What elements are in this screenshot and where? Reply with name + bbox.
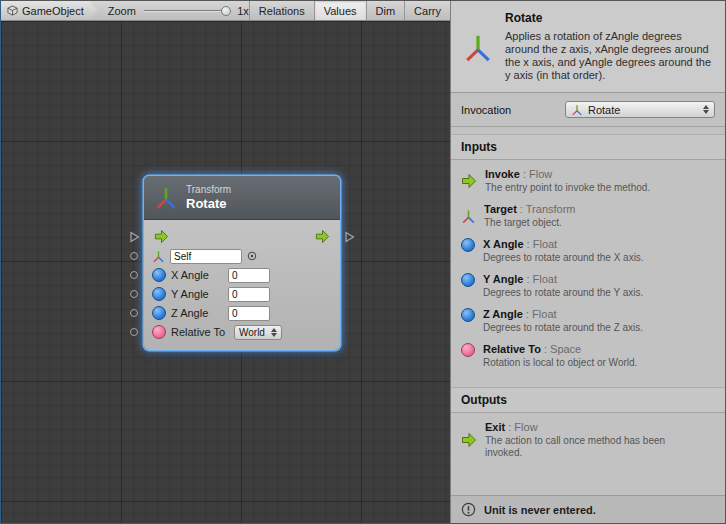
x-angle-input[interactable] [228,268,270,283]
zoom-slider-knob[interactable] [221,6,231,16]
port-type: Flow [529,168,552,180]
float-icon [152,287,166,301]
gameobject-cube-icon [7,5,18,16]
warning-text: Unit is never entered. [484,504,596,516]
tab-carry[interactable]: Carry [404,1,450,20]
z-angle-port[interactable] [130,309,138,317]
port-name: Y Angle [483,273,523,285]
space-enum-icon [461,343,475,357]
bolt-graph-window: GameObject Zoom 1x Relations Values Dim … [0,0,726,524]
port-description: The action to call once method has been … [485,435,705,459]
flow-arrow-icon [461,421,477,459]
relative-to-port[interactable] [130,328,138,336]
inspector-title: Rotate [505,11,713,25]
breadcrumb-label: GameObject [22,5,84,17]
inputs-section-header: Inputs [451,134,725,160]
inspector-header: Rotate Applies a rotation of zAngle degr… [451,1,725,93]
invocation-label: Invocation [461,104,511,116]
port-name: X Angle [483,238,524,250]
port-description: Degrees to rotate around the Z axis. [483,322,643,334]
target-field[interactable] [170,249,242,264]
inspector-spacer [451,470,725,495]
port-type: Float [533,238,557,250]
zoom-label: Zoom [108,1,136,20]
port-type: Float [533,273,557,285]
port-description: Rotation is local to object or World. [483,357,637,369]
input-doc-invoke: Invoke : Flow The entry point to invoke … [461,168,715,194]
port-description: Degrees to rotate around the Y axis. [483,287,643,299]
separator: : [520,168,529,180]
invoke-arrow-icon[interactable] [154,229,169,244]
port-name: Exit [485,421,505,433]
x-angle-port[interactable] [130,271,138,279]
inputs-list: Invoke : Flow The entry point to invoke … [451,160,725,380]
transform-icon-small [152,250,165,263]
node-body-container[interactable]: Transform Rotate [144,176,340,350]
flow-arrow-icon [461,168,477,194]
object-picker-icon[interactable] [247,251,257,261]
y-angle-label: Y Angle [171,288,223,300]
rotate-unit-icon [463,13,493,82]
port-name: Invoke [485,168,520,180]
separator: : [523,308,532,320]
warning-icon [461,502,476,517]
space-dropdown[interactable]: World [234,325,282,340]
breadcrumb-gameobject[interactable]: GameObject [1,1,98,20]
zoom-slider[interactable] [144,1,231,20]
separator: : [541,343,550,355]
warning-bar: Unit is never entered. [451,495,725,523]
port-name: Relative To [483,343,541,355]
invocation-row: Invocation Rotate [451,93,725,127]
exit-arrow-icon[interactable] [315,229,330,244]
z-angle-row: Z Angle [152,304,332,322]
tab-relations[interactable]: Relations [249,1,314,20]
z-angle-input[interactable] [228,306,270,321]
flow-input-port[interactable] [129,231,140,243]
inspector-panel: Rotate Applies a rotation of zAngle degr… [450,1,725,523]
dropdown-arrows-icon [703,105,709,114]
graph-area: GameObject Zoom 1x Relations Values Dim … [1,1,450,523]
y-angle-row: Y Angle [152,285,332,303]
toolbar-toggles: Relations Values Dim Carry [249,1,450,20]
graph-toolbar: GameObject Zoom 1x Relations Values Dim … [1,1,450,21]
y-angle-input[interactable] [228,287,270,302]
transform-icon [461,203,476,229]
port-type: Space [550,343,581,355]
invocation-dropdown[interactable]: Rotate [565,101,715,118]
zoom-value: 1x [237,1,249,20]
z-angle-label: Z Angle [171,307,223,319]
float-icon [152,268,166,282]
inspector-description: Applies a rotation of zAngle degrees aro… [505,30,713,82]
space-dropdown-value: World [239,327,265,338]
tab-values[interactable]: Values [314,1,366,20]
port-type: Transform [526,203,576,215]
invocation-value: Rotate [588,104,696,116]
x-angle-row: X Angle [152,266,332,284]
transform-rotate-node[interactable]: Transform Rotate [144,176,340,350]
port-name: Z Angle [483,308,523,320]
flow-output-port[interactable] [344,231,355,243]
graph-canvas[interactable]: Transform Rotate [1,21,450,523]
transform-icon [154,186,178,210]
target-row [152,247,332,265]
float-icon [152,306,166,320]
dropdown-arrows-icon [271,328,277,337]
target-port[interactable] [130,252,138,260]
port-description: The entry point to invoke the method. [485,182,650,194]
separator: : [517,203,526,215]
float-icon [461,273,475,287]
relative-to-row: Relative To World [152,323,332,341]
output-doc-exit: Exit : Flow The action to call once meth… [461,421,715,459]
separator: : [523,273,532,285]
space-enum-icon [152,325,166,339]
outputs-list: Exit : Flow The action to call once meth… [451,413,725,470]
input-doc-y-angle: Y Angle : Float Degrees to rotate around… [461,273,715,299]
node-header[interactable]: Transform Rotate [144,176,340,220]
y-angle-port[interactable] [130,290,138,298]
flow-row [152,226,332,246]
port-name: Target [484,203,517,215]
float-icon [461,238,475,252]
node-body: X Angle Y Angle Z Angle [144,220,340,350]
port-description: Degrees to rotate around the X axis. [483,252,644,264]
tab-dim[interactable]: Dim [366,1,405,20]
